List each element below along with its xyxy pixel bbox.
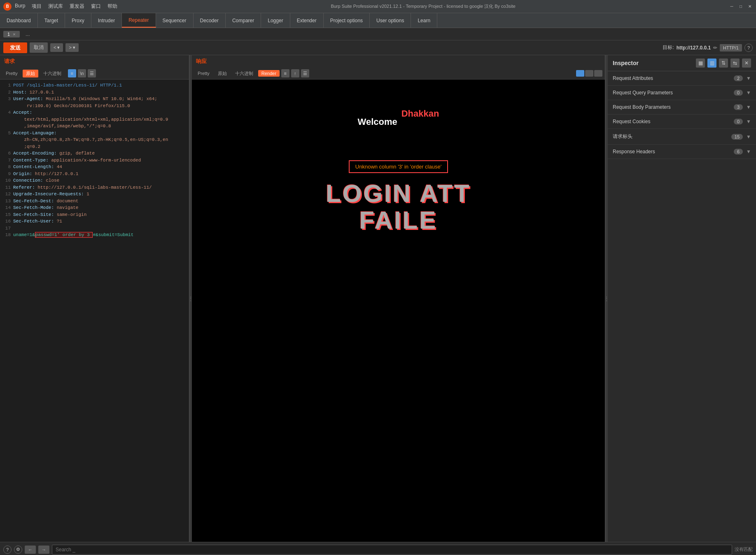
failed-text: FAILE bbox=[200, 206, 597, 234]
menu-test[interactable]: 测试库 bbox=[48, 3, 63, 10]
tab-repeater[interactable]: Repeater bbox=[122, 13, 156, 28]
code-line-11: 11 Referer: http://127.0.0.1/sqli-labs-m… bbox=[2, 184, 187, 191]
code-line-1: 1 POST /sqli-labs-master/Less-11/ HTTP/1… bbox=[2, 82, 187, 89]
tab-proxy[interactable]: Proxy bbox=[65, 13, 91, 28]
response-tab-pretty[interactable]: Pretty bbox=[194, 70, 213, 77]
menu-project[interactable]: 项目 bbox=[32, 3, 42, 10]
response-panel-tabs: Pretty 原始 十六进制 Render ≡ ↑ ☰ bbox=[192, 68, 605, 80]
chevron-down-icon: ▼ bbox=[746, 104, 751, 110]
request-panel: 请求 Pretty 原始 十六进制 ≡ \n ☰ 1 POST /sqli-la… bbox=[0, 55, 189, 542]
next-button[interactable]: > ▾ bbox=[65, 43, 78, 52]
toggle-split-h[interactable] bbox=[585, 70, 593, 77]
request-panel-tabs: Pretty 原始 十六进制 ≡ \n ☰ bbox=[0, 68, 189, 80]
tab-decoder[interactable]: Decoder bbox=[194, 13, 226, 28]
send-button[interactable]: 发送 bbox=[3, 42, 27, 53]
sub-tab-more[interactable]: … bbox=[21, 31, 34, 37]
main-nav-tabs: Dashboard Target Proxy Intruder Repeater… bbox=[0, 13, 756, 28]
request-tab-raw[interactable]: 原始 bbox=[23, 70, 38, 77]
request-list-icon[interactable]: ≡ bbox=[68, 69, 76, 77]
maximize-btn[interactable]: □ bbox=[738, 4, 744, 9]
response-icon-2[interactable]: ↑ bbox=[291, 69, 299, 77]
menu-window[interactable]: 窗口 bbox=[91, 3, 101, 10]
inspector-layout-btn-1[interactable]: ▦ bbox=[696, 59, 705, 68]
main-content: 请求 Pretty 原始 十六进制 ≡ \n ☰ 1 POST /sqli-la… bbox=[0, 55, 756, 542]
tab-comparer[interactable]: Comparer bbox=[226, 13, 261, 28]
tab-user-options[interactable]: User options bbox=[370, 13, 411, 28]
bottom-help-button[interactable]: ? bbox=[3, 546, 12, 554]
response-view-toggles bbox=[576, 70, 602, 77]
bottom-next-button[interactable]: → bbox=[38, 546, 49, 554]
edit-icon[interactable]: ✏ bbox=[713, 45, 717, 51]
request-code-area[interactable]: 1 POST /sqli-labs-master/Less-11/ HTTP/1… bbox=[0, 80, 189, 542]
inspector-layout-btn-2[interactable]: ▥ bbox=[707, 59, 716, 68]
title-bar-title: Burp Suite Professional v2021.12.1 - Tem… bbox=[121, 3, 726, 9]
response-tab-hex[interactable]: 十六进制 bbox=[232, 70, 257, 77]
toggle-split-v[interactable] bbox=[576, 70, 584, 77]
response-header: 响应 bbox=[192, 55, 605, 68]
response-tab-raw[interactable]: 原始 bbox=[215, 70, 230, 77]
cancel-button[interactable]: 取消 bbox=[30, 42, 48, 53]
response-icon-1[interactable]: ≡ bbox=[281, 69, 289, 77]
inspector-row-request-attributes[interactable]: Request Attributes 2 ▼ bbox=[608, 71, 756, 86]
tab-dashboard[interactable]: Dashboard bbox=[0, 13, 38, 28]
bottom-prev-button[interactable]: ← bbox=[25, 546, 36, 554]
error-message-box: Unknown column '3' in 'order clause' bbox=[349, 160, 448, 173]
request-tab-hex[interactable]: 十六进制 bbox=[40, 70, 65, 77]
request-menu-icon[interactable]: ☰ bbox=[88, 69, 96, 77]
code-line-16: 16 Sec-Fetch-User: ?1 bbox=[2, 218, 187, 225]
tab-project-options[interactable]: Project options bbox=[324, 13, 370, 28]
inspector-row-cookies[interactable]: Request Cookies 0 ▼ bbox=[608, 115, 756, 129]
chevron-down-icon: ▼ bbox=[746, 90, 751, 96]
inspector-filter-btn[interactable]: ⇆ bbox=[730, 59, 740, 68]
minimize-btn[interactable]: ─ bbox=[729, 4, 735, 9]
tab-sequencer[interactable]: Sequencer bbox=[156, 13, 194, 28]
tab-intruder[interactable]: Intruder bbox=[91, 13, 122, 28]
sub-tabs-row: 1 × … bbox=[0, 28, 756, 40]
code-line-4: 4 Accept: text/html,application/xhtml+xm… bbox=[2, 109, 187, 130]
code-line-14: 14 Sec-Fetch-Mode: navigate bbox=[2, 204, 187, 211]
chevron-down-icon: ▼ bbox=[746, 75, 751, 81]
tab-target[interactable]: Target bbox=[38, 13, 65, 28]
toggle-single[interactable] bbox=[594, 70, 602, 77]
code-line-12: 12 Upgrade-Insecure-Requests: 1 bbox=[2, 191, 187, 198]
request-tab-pretty[interactable]: Pretty bbox=[2, 70, 21, 77]
inspector-title: Inspector bbox=[613, 60, 693, 66]
inspector-row-body-params[interactable]: Request Body Parameters 3 ▼ bbox=[608, 100, 756, 115]
code-line-2: 2 Host: 127.0.0.1 bbox=[2, 89, 187, 96]
target-label: 目标: bbox=[663, 44, 674, 51]
response-icon-3[interactable]: ☰ bbox=[301, 69, 309, 77]
request-header: 请求 bbox=[0, 55, 189, 68]
tab-logger[interactable]: Logger bbox=[261, 13, 290, 28]
help-button[interactable]: ? bbox=[744, 44, 753, 52]
login-att-text: LOGIN ATT bbox=[200, 181, 597, 206]
bottom-settings-button[interactable]: ⚙ bbox=[14, 546, 22, 554]
http-version-button[interactable]: HTTP/1 bbox=[720, 44, 742, 52]
close-btn[interactable]: ✕ bbox=[747, 4, 753, 9]
code-line-6: 6 Accept-Encoding: gzip, deflate bbox=[2, 150, 187, 157]
prev-button[interactable]: < ▾ bbox=[50, 43, 63, 52]
title-bar-controls: ─ □ ✕ bbox=[729, 4, 753, 9]
code-line-9: 9 Origin: http://127.0.0.1 bbox=[2, 171, 187, 178]
inspector-sort-btn[interactable]: ⇅ bbox=[719, 59, 728, 68]
tab-learn[interactable]: Learn bbox=[411, 13, 437, 28]
inspector-row-response-headers[interactable]: Response Headers 6 ▼ bbox=[608, 145, 756, 159]
chevron-down-icon: ▼ bbox=[746, 134, 751, 140]
inspector-panel: Inspector ▦ ▥ ⇅ ⇆ ✕ Request Attributes 2… bbox=[608, 55, 756, 542]
bottom-toolbar: ? ⚙ ← → 没有匹配 bbox=[0, 542, 756, 555]
search-input[interactable] bbox=[52, 545, 732, 555]
sub-tab-1[interactable]: 1 × bbox=[3, 31, 20, 37]
chevron-down-icon: ▼ bbox=[746, 119, 751, 124]
inspector-row-request-headers[interactable]: 请求标头 15 ▼ bbox=[608, 129, 756, 145]
menu-burp[interactable]: Burp bbox=[15, 3, 25, 10]
request-n-icon[interactable]: \n bbox=[78, 69, 86, 77]
inspector-close-btn[interactable]: ✕ bbox=[742, 59, 751, 68]
tab-extender[interactable]: Extender bbox=[290, 13, 324, 28]
code-line-15: 15 Sec-Fetch-Site: same-origin bbox=[2, 211, 187, 218]
code-line-18: 18 uname=1&passwd=1' order by 3 #&submit… bbox=[2, 232, 187, 239]
menu-help[interactable]: 帮助 bbox=[107, 3, 117, 10]
welcome-line: Welcome Dhakkan bbox=[358, 100, 439, 127]
response-tab-render[interactable]: Render bbox=[258, 70, 280, 77]
burp-logo: B bbox=[3, 2, 12, 11]
inspector-row-query-params[interactable]: Request Query Parameters 0 ▼ bbox=[608, 86, 756, 100]
menu-resend[interactable]: 重发器 bbox=[70, 3, 84, 10]
